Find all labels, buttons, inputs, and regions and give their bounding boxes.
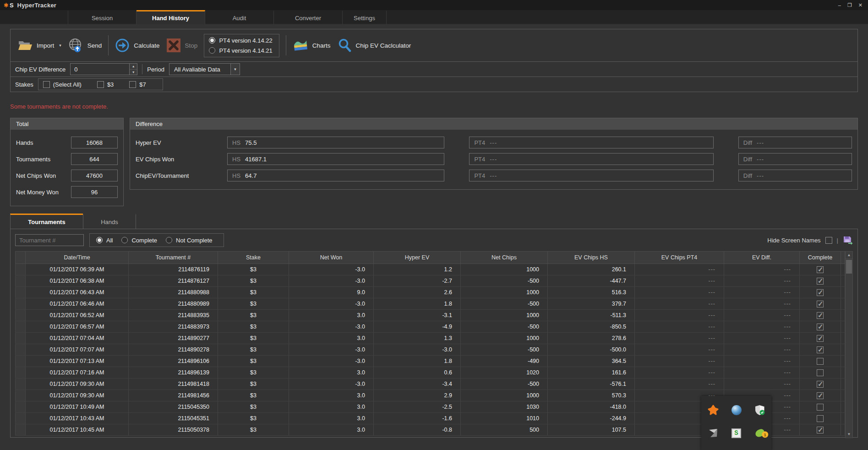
row-selector[interactable] <box>16 401 26 413</box>
period-dropdown[interactable]: All Avaliable Data ▼ <box>169 63 240 75</box>
vertical-scrollbar[interactable]: ▲ ▼ <box>845 251 853 438</box>
row-selector[interactable] <box>16 333 26 344</box>
chip-ev-calculator-button[interactable]: Chip EV Caclculator <box>337 38 411 53</box>
complete-checkbox[interactable] <box>817 289 824 296</box>
stake-option-3[interactable]: $3 <box>97 81 114 88</box>
avast-icon[interactable] <box>708 405 719 416</box>
row-selector[interactable] <box>16 424 26 436</box>
scroll-down-icon[interactable]: ▼ <box>846 430 852 438</box>
col-date-time[interactable]: Date/Time <box>26 252 129 264</box>
row-selector[interactable] <box>16 298 26 310</box>
filter-all[interactable]: All <box>96 237 113 244</box>
stake-option-select-all[interactable]: (Select All) <box>43 81 82 88</box>
col-hyper-ev[interactable]: Hyper EV <box>374 252 461 264</box>
col-complete[interactable]: Complete <box>800 252 841 264</box>
complete-checkbox[interactable] <box>817 358 824 365</box>
complete-checkbox[interactable] <box>817 415 824 422</box>
chevron-down-icon[interactable]: ▼ <box>231 63 240 75</box>
row-selector[interactable] <box>16 264 26 275</box>
row-selector[interactable] <box>16 379 26 390</box>
col-stake[interactable]: Stake <box>218 252 289 264</box>
hide-screen-names-checkbox[interactable] <box>825 237 832 244</box>
tab-audit[interactable]: Audit <box>205 10 274 24</box>
col-ev-chips-hs[interactable]: EV Chips HS <box>548 252 635 264</box>
cell-ev-diff: --- <box>724 356 800 367</box>
checkbox-icon[interactable] <box>43 81 50 88</box>
row-selector[interactable] <box>16 413 26 424</box>
green-s-icon[interactable]: S <box>731 428 742 439</box>
charts-button[interactable]: Charts <box>293 38 331 52</box>
table-row[interactable]: 01/12/2017 07:04 AM2114890277$33.01.3100… <box>16 333 845 344</box>
row-selector[interactable] <box>16 356 26 367</box>
spinner-buttons[interactable]: ▲▼ <box>130 63 137 75</box>
row-selector[interactable] <box>16 310 26 321</box>
row-selector[interactable] <box>16 321 26 333</box>
import-button[interactable]: Import ▾ <box>18 39 61 51</box>
pt4-version-option-1[interactable]: PT4 version 4.14.22 <box>209 37 272 44</box>
complete-checkbox[interactable] <box>817 266 824 273</box>
scrollbar-thumb[interactable] <box>846 260 852 274</box>
col-net-chips[interactable]: Net Chips <box>461 252 548 264</box>
restore-button[interactable]: ❐ <box>847 3 852 8</box>
notification-blob-icon[interactable]: 1 <box>754 428 765 439</box>
complete-checkbox[interactable] <box>817 369 824 376</box>
row-selector[interactable] <box>16 367 26 379</box>
complete-checkbox[interactable] <box>817 427 824 434</box>
send-button[interactable]: Send <box>68 38 102 53</box>
close-button[interactable]: ✕ <box>858 3 863 8</box>
tab-session[interactable]: Session <box>68 10 136 24</box>
table-row[interactable]: 01/12/2017 06:52 AM2114883935$33.0-3.110… <box>16 310 845 321</box>
row-selector[interactable] <box>16 275 26 287</box>
complete-checkbox[interactable] <box>817 301 824 307</box>
tab-hand-history[interactable]: Hand History <box>136 10 205 24</box>
col-tournament[interactable]: Tournament # <box>129 252 218 264</box>
row-selector[interactable] <box>16 344 26 356</box>
complete-checkbox[interactable] <box>817 278 824 285</box>
table-row[interactable]: 01/12/2017 06:57 AM2114883973$3-3.0-4.9-… <box>16 321 845 333</box>
table-row[interactable]: 01/12/2017 06:39 AM2114876119$3-3.01.210… <box>16 264 845 275</box>
col-net-won[interactable]: Net Won <box>289 252 374 264</box>
stake-option-7[interactable]: $7 <box>129 81 146 88</box>
spinner-up-icon[interactable]: ▲ <box>130 64 137 70</box>
pt4-field: PT4--- <box>469 137 713 148</box>
save-export-icon[interactable] <box>843 236 853 245</box>
row-selector[interactable] <box>16 390 26 401</box>
minimize-button[interactable]: – <box>838 3 841 8</box>
tab-converter[interactable]: Converter <box>274 10 343 24</box>
filter-not-complete[interactable]: Not Complete <box>166 237 212 244</box>
table-row[interactable]: 01/12/2017 06:46 AM2114880989$3-3.01.8-5… <box>16 298 845 310</box>
checkbox-icon[interactable] <box>97 81 104 88</box>
table-row[interactable]: 01/12/2017 07:07 AM2114890278$3-3.0-3.0-… <box>16 344 845 356</box>
complete-checkbox[interactable] <box>817 392 824 399</box>
chip-ev-difference-input[interactable] <box>70 63 130 75</box>
calculate-button[interactable]: Calculate <box>115 38 159 53</box>
complete-checkbox[interactable] <box>817 346 824 353</box>
table-row[interactable]: 01/12/2017 07:13 AM2114896106$3-3.01.8-4… <box>16 356 845 367</box>
col-ev-chips-pt4[interactable]: EV Chips PT4 <box>635 252 724 264</box>
table-row[interactable]: 01/12/2017 07:16 AM2114896139$33.00.6102… <box>16 367 845 379</box>
pt4-version-option-2[interactable]: PT4 version 4.14.21 <box>209 47 272 54</box>
filter-complete[interactable]: Complete <box>121 237 157 244</box>
checkbox-icon[interactable] <box>129 81 136 88</box>
blue-sphere-icon[interactable] <box>731 405 742 416</box>
col-ev-diff[interactable]: EV Diff. <box>724 252 800 264</box>
complete-checkbox[interactable] <box>817 335 824 342</box>
complete-checkbox[interactable] <box>817 312 824 319</box>
stop-button[interactable]: Stop <box>166 38 198 53</box>
spinner-down-icon[interactable]: ▼ <box>130 70 137 75</box>
complete-checkbox[interactable] <box>817 404 824 411</box>
tournament-search-input[interactable] <box>15 234 84 246</box>
table-row[interactable]: 01/12/2017 06:38 AM2114876127$3-3.0-2.7-… <box>16 275 845 287</box>
defender-shield-icon[interactable] <box>754 405 765 416</box>
table-row[interactable]: 01/12/2017 09:30 AM2114981418$3-3.0-3.4-… <box>16 379 845 390</box>
tab-hands[interactable]: Hands <box>83 214 136 229</box>
row-selector[interactable] <box>16 287 26 298</box>
cell-stake: $3 <box>218 275 289 287</box>
scroll-up-icon[interactable]: ▲ <box>846 252 852 259</box>
complete-checkbox[interactable] <box>817 381 824 388</box>
gray-arrow-icon[interactable] <box>708 428 719 439</box>
tab-settings[interactable]: Settings <box>343 10 387 24</box>
tab-tournaments[interactable]: Tournaments <box>10 214 83 229</box>
complete-checkbox[interactable] <box>817 324 824 330</box>
table-row[interactable]: 01/12/2017 06:43 AM2114880988$39.02.6100… <box>16 287 845 298</box>
